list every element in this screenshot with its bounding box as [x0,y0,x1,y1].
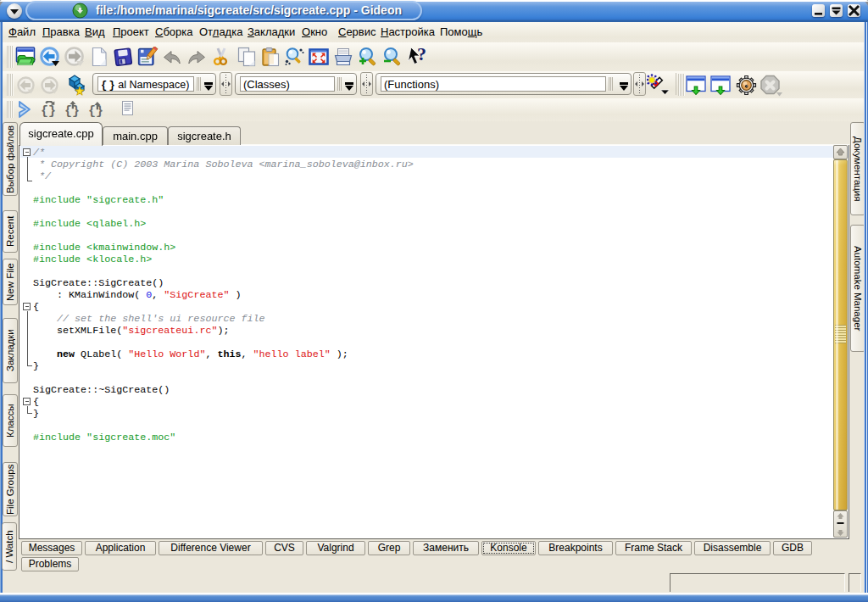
svg-text:?: ? [417,46,426,64]
svg-text:{}: {} [88,104,103,118]
svg-text:{}: {} [41,104,56,118]
